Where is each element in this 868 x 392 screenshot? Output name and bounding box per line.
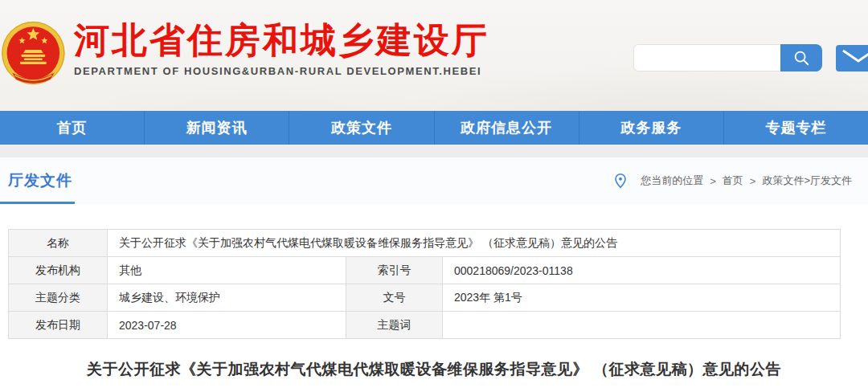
document-meta-table: 名称 关于公开征求《关于加强农村气代煤电代煤取暖设备维保服务指导意见》 （征求意… — [8, 229, 841, 339]
envelope-icon — [841, 47, 868, 69]
name-label: 名称 — [9, 230, 108, 257]
index-label: 索引号 — [346, 257, 443, 284]
search-input[interactable] — [633, 44, 780, 71]
site-header: 河北省住房和城乡建设厅 DEPARTMENT OF HOUSING&URBAN-… — [0, 0, 868, 111]
topic-value: 城乡建设、环境保护 — [108, 284, 346, 312]
table-row: 名称 关于公开征求《关于加强农村气代煤电代煤取暖设备维保服务指导意见》 （征求意… — [9, 230, 841, 257]
mail-button[interactable] — [836, 45, 868, 71]
magnifier-icon — [792, 49, 810, 67]
breadcrumb-bar: 厅发文件 您当前的位置 > 首页 > 政策文件>厅发文件 — [0, 157, 868, 204]
nav-item-policy[interactable]: 政策文件 — [289, 111, 434, 145]
docnum-value: 2023年 第1号 — [443, 284, 841, 312]
topic-label: 主题分类 — [9, 284, 108, 312]
breadcrumb-home-link[interactable]: 首页 — [723, 174, 743, 188]
breadcrumb-separator: > — [710, 175, 716, 187]
nav-item-special[interactable]: 专题专栏 — [724, 111, 868, 145]
keyword-label: 主题词 — [346, 312, 443, 339]
section-title-tab[interactable]: 厅发文件 — [8, 170, 72, 191]
date-value: 2023-07-28 — [108, 312, 346, 339]
table-row: 主题分类 城乡建设、环境保护 文号 2023年 第1号 — [9, 284, 841, 312]
name-value: 关于公开征求《关于加强农村气代煤电代煤取暖设备维保服务指导意见》 （征求意见稿）… — [108, 230, 841, 257]
nav-item-news[interactable]: 新闻资讯 — [145, 111, 289, 145]
table-row: 发布机构 其他 索引号 000218069/2023-01138 — [9, 257, 841, 284]
nav-item-services[interactable]: 政务服务 — [579, 111, 724, 145]
keyword-value — [443, 312, 841, 339]
breadcrumb-policy-link[interactable]: 政策文件>厅发文件 — [762, 174, 852, 188]
search-button[interactable] — [780, 44, 822, 71]
breadcrumb: 您当前的位置 > 首页 > 政策文件>厅发文件 — [613, 157, 852, 204]
site-title: 河北省住房和城乡建设厅 — [74, 21, 489, 59]
index-value: 000218069/2023-01138 — [443, 257, 841, 284]
agency-value: 其他 — [108, 257, 346, 284]
search-bar — [633, 44, 822, 71]
nav-item-home[interactable]: 首页 — [0, 111, 145, 145]
main-nav: 首页 新闻资讯 政策文件 政府信息公开 政务服务 专题专栏 — [0, 111, 868, 145]
nav-item-gov-info[interactable]: 政府信息公开 — [435, 111, 579, 145]
breadcrumb-separator: > — [750, 175, 756, 187]
location-pin-icon — [613, 173, 628, 189]
breadcrumb-location-label: 您当前的位置 — [641, 174, 703, 188]
date-label: 发布日期 — [9, 312, 108, 339]
agency-label: 发布机构 — [9, 257, 108, 284]
site-subtitle: DEPARTMENT OF HOUSING&URBAN-RURAL DEVELO… — [74, 65, 489, 77]
content-area: 名称 关于公开征求《关于加强农村气代煤电代煤取暖设备维保服务指导意见》 （征求意… — [0, 204, 868, 392]
table-row: 发布日期 2023-07-28 主题词 — [9, 312, 841, 339]
docnum-label: 文号 — [346, 284, 443, 312]
china-national-emblem-icon — [2, 14, 68, 92]
article-title: 关于公开征求《关于加强农村气代煤电代煤取暖设备维保服务指导意见》 （征求意见稿）… — [0, 359, 868, 380]
